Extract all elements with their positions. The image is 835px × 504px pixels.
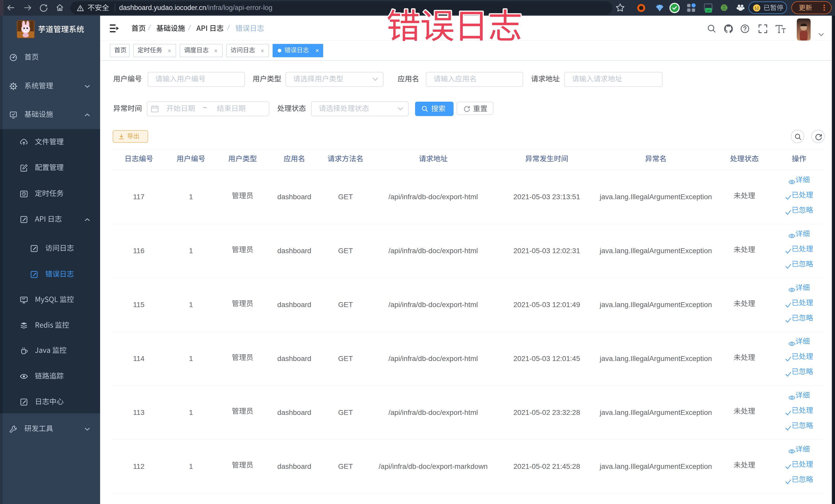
svg-text:on: on	[707, 8, 711, 12]
